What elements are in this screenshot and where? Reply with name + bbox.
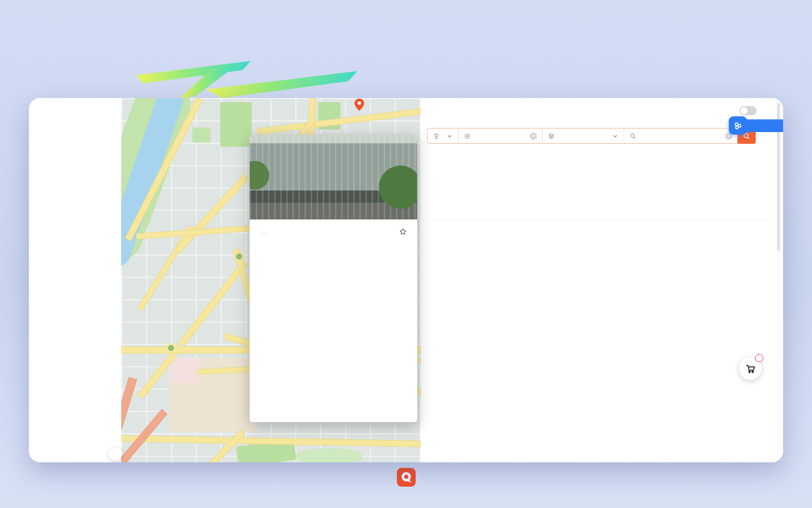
- brand-logo-icon: [397, 468, 416, 487]
- chevron-down-icon: [446, 133, 453, 140]
- divider: [427, 220, 768, 220]
- map-hospital: [170, 358, 201, 383]
- business-popup-card: [250, 135, 417, 422]
- map-location-marker: [354, 98, 365, 111]
- location-icon: [464, 133, 471, 140]
- clear-icon[interactable]: ✕: [530, 133, 537, 140]
- map-park: [296, 449, 362, 462]
- cluster-icon: [729, 116, 747, 135]
- cart-icon: [745, 363, 756, 374]
- favorite-button[interactable]: [399, 228, 407, 237]
- route-badge: [178, 345, 183, 347]
- business-category-tag: [260, 233, 267, 235]
- panel-scrollbar[interactable]: [777, 101, 780, 459]
- sidebar: [29, 98, 121, 462]
- map-park: [192, 128, 211, 143]
- count-select[interactable]: [543, 129, 624, 143]
- results-panel: ✕ ✕: [421, 98, 783, 462]
- map-park: [220, 102, 252, 147]
- results-list: [421, 273, 776, 462]
- chevron-down-icon: [612, 133, 619, 140]
- drag-badge[interactable]: [729, 116, 783, 135]
- popup-buttons: [260, 246, 407, 254]
- title-underline-swoosh: [135, 50, 374, 98]
- search-bar: ✕ ✕: [427, 128, 756, 144]
- drag-badge-label: [745, 119, 783, 132]
- cart-button[interactable]: [739, 357, 762, 380]
- star-icon: [399, 228, 407, 236]
- map-roundabout: [166, 343, 176, 353]
- dedupe-toggle[interactable]: [739, 106, 757, 115]
- target-icon: [433, 133, 440, 140]
- search-icon: [629, 133, 636, 140]
- app-window: ✕ ✕: [29, 98, 783, 462]
- region-search-select[interactable]: [428, 129, 458, 143]
- cart-badge: [755, 354, 763, 362]
- footer: [0, 468, 812, 487]
- country-filter[interactable]: ✕: [459, 129, 542, 143]
- keyword-input[interactable]: ✕: [624, 129, 737, 143]
- results-toolbar: [427, 228, 768, 245]
- layers-icon: [548, 133, 555, 140]
- business-photo: [250, 135, 417, 219]
- sidebar-collapse-button[interactable]: [109, 447, 122, 461]
- map-roundabout: [234, 251, 244, 262]
